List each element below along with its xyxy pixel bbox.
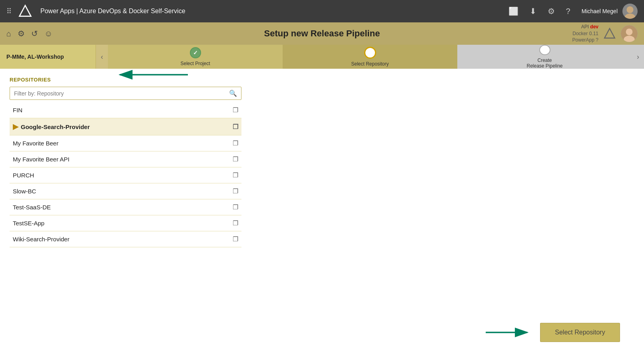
prev-step-button[interactable]: ‹ [96,45,108,69]
download-icon[interactable]: ⬇ [526,5,540,18]
next-step-button[interactable]: › [632,45,644,69]
svg-point-1 [626,6,633,13]
external-link-icon[interactable]: ❐ [233,235,238,243]
step3-indicator [539,45,550,55]
user-name: Michael Megel [582,8,618,14]
search-icon: 🔍 [229,90,237,97]
bottom-actions: Select Repository [484,323,620,342]
powerapp-value: ? [596,37,598,43]
repo-item-google-search-provider[interactable]: ▶ Google-Search-Provider ❐ [10,118,241,135]
wizard-steps: ✓ Select Project Select Repository Creat… [108,45,632,69]
repo-name: My Favorite Beer API [13,156,233,163]
repo-item-my-favorite-beer-api[interactable]: My Favorite Beer API ❐ [10,151,241,167]
repo-item-slow-bc[interactable]: Slow-BC ❐ [10,183,241,199]
step1-indicator: ✓ [190,47,201,58]
external-link-icon[interactable]: ❐ [233,123,238,131]
repositories-panel: Repositories 🔍 FIN ❐ ▶ Google-Search-Pro… [10,77,249,350]
repository-list: FIN ❐ ▶ Google-Search-Provider ❐ [10,102,241,247]
repositories-title: Repositories [10,77,249,83]
step3-label: Create Release Pipeline [526,58,562,69]
repo-item-purch[interactable]: PURCH ❐ [10,167,241,183]
refresh-icon[interactable]: ↺ [31,29,38,38]
top-right-logo [603,27,616,40]
repo-item-fin[interactable]: FIN ❐ [10,102,241,118]
page-title: Setup new Release Pipeline [264,28,380,39]
main-content: Repositories 🔍 FIN ❐ ▶ Google-Search-Pro… [0,69,644,358]
external-link-icon[interactable]: ❐ [233,187,238,195]
search-input[interactable] [14,90,229,97]
search-box[interactable]: 🔍 [10,87,241,100]
api-info: API dev Docker 0.11 PowerApp ? [572,24,638,44]
external-link-icon[interactable]: ❐ [233,106,238,114]
sub-header: ⌂ ⚙ ↺ ☺ Setup new Release Pipeline API d… [0,22,644,45]
settings-icon[interactable]: ⚙ [544,5,558,18]
repo-name: Test-SaaS-DE [13,204,233,211]
repo-name: My Favorite Beer [13,140,233,147]
step2-label: Select Repository [351,61,389,67]
top-right-avatar [621,25,638,42]
external-link-icon[interactable]: ❐ [233,203,238,211]
repo-name: Google-Search-Provider [21,123,233,130]
help-icon[interactable]: ? [563,5,574,18]
settings2-icon[interactable]: ⚙ [18,29,25,38]
external-link-icon[interactable]: ❐ [233,219,238,227]
svg-marker-0 [20,6,31,16]
home-icon[interactable]: ⌂ [6,29,11,38]
svg-point-5 [626,28,633,35]
svg-point-2 [625,14,636,19]
external-link-icon[interactable]: ❐ [233,139,238,147]
wizard-step-1[interactable]: ✓ Select Project [108,45,283,69]
powerapp-label: PowerApp [572,37,594,43]
repo-item-my-favorite-beer[interactable]: My Favorite Beer ❐ [10,135,241,151]
docker-label: Docker [572,31,588,36]
wizard-step-3[interactable]: Create Release Pipeline [457,45,632,69]
repo-item-test-saas-de[interactable]: Test-SaaS-DE ❐ [10,199,241,215]
grid-icon[interactable]: ⠿ [6,7,12,16]
avatar [622,4,638,19]
breadcrumb: P-MMe, AL-Workshop [0,45,96,69]
external-link-icon[interactable]: ❐ [233,171,238,179]
repo-name: PURCH [13,172,233,179]
sub-icons: ⌂ ⚙ ↺ ☺ [6,29,53,38]
step1-label: Select Project [180,61,210,66]
top-navigation: ⠿ Power Apps | Azure DevOps & Docker Sel… [0,0,644,22]
repo-name: FIN [13,107,233,113]
select-repository-button[interactable]: Select Repository [540,323,620,342]
smiley-icon[interactable]: ☺ [44,29,52,38]
app-title: Power Apps | Azure DevOps & Docker Self-… [40,8,185,15]
repo-item-wiki-search-provider[interactable]: Wiki-Search-Provider ❐ [10,231,241,247]
api-label: API [581,24,589,30]
repo-item-testse-app[interactable]: TestSE-App ❐ [10,215,241,231]
app-logo [18,4,32,18]
svg-marker-3 [604,28,615,38]
docker-value: 0.11 [589,31,598,36]
external-link-icon[interactable]: ❐ [233,155,238,163]
expand-icon: ▶ [13,122,18,131]
wizard-bar: P-MMe, AL-Workshop ‹ ✓ Select Project Se… [0,45,644,69]
bottom-arrow-annotation [484,325,532,340]
wizard-step-2[interactable]: Select Repository [283,45,457,69]
monitor-icon[interactable]: ⬜ [505,5,522,18]
api-value: dev [590,24,598,30]
repo-name: Wiki-Search-Provider [13,236,233,243]
step2-indicator [364,47,376,59]
repo-name: TestSE-App [13,220,233,227]
repo-name: Slow-BC [13,188,233,195]
